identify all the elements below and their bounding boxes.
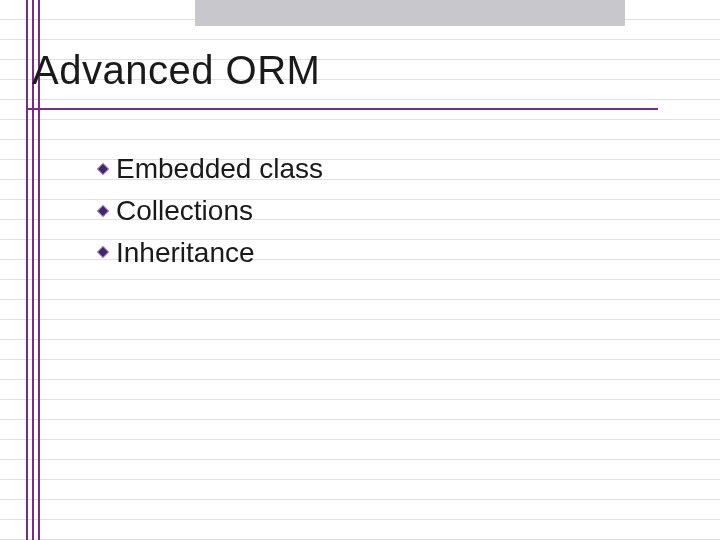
list-item: Inheritance bbox=[96, 234, 323, 272]
diamond-bullet-icon bbox=[96, 245, 110, 259]
list-item: Embedded class bbox=[96, 150, 323, 188]
svg-rect-0 bbox=[97, 163, 108, 174]
diamond-bullet-icon bbox=[96, 204, 110, 218]
top-decorative-bar bbox=[195, 0, 625, 26]
list-item: Collections bbox=[96, 192, 323, 230]
title-underline bbox=[28, 108, 658, 110]
slide: Advanced ORM Embedded class Collections bbox=[0, 0, 720, 540]
bullet-text: Inheritance bbox=[116, 234, 255, 272]
vertical-rule bbox=[26, 0, 28, 540]
svg-rect-4 bbox=[97, 247, 108, 258]
svg-rect-2 bbox=[97, 205, 108, 216]
diamond-bullet-icon bbox=[96, 162, 110, 176]
slide-body: Embedded class Collections Inheritance bbox=[96, 150, 323, 275]
bullet-text: Collections bbox=[116, 192, 253, 230]
slide-title: Advanced ORM bbox=[32, 48, 320, 93]
bullet-text: Embedded class bbox=[116, 150, 323, 188]
